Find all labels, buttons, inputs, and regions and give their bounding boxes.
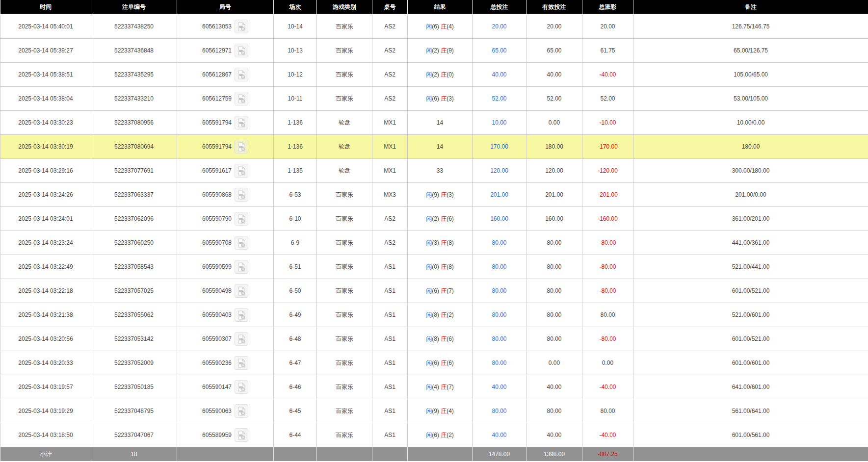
cell-result: 闲(8) 庄(2) <box>408 303 473 327</box>
bet-records-table: 时间注单编号局号场次游戏类别桌号结果总投注有效投注总派彩备注 2025-03-1… <box>0 0 868 461</box>
result-player: 闲 <box>426 47 432 54</box>
cell-payout: -40.00 <box>582 375 633 399</box>
video-replay-button[interactable] <box>235 404 248 418</box>
result-text: (3) <box>447 191 454 198</box>
video-replay-button[interactable] <box>235 356 248 370</box>
table-row[interactable]: 2025-03-14 03:18:50522337047067605589959… <box>0 423 868 447</box>
table-row[interactable]: 2025-03-14 03:22:18522337057025605590498… <box>0 279 868 303</box>
cell-payout: 80.00 <box>582 303 633 327</box>
result-text: (2) <box>432 71 441 78</box>
result-player: 闲 <box>426 384 432 390</box>
table-row[interactable]: 2025-03-14 03:20:56522337053142605590307… <box>0 327 868 351</box>
table-row[interactable]: 2025-03-14 03:22:49522337058543605590599… <box>0 255 868 279</box>
video-replay-button[interactable] <box>235 68 248 81</box>
cell-valid-bet: 80.00 <box>526 327 582 351</box>
cell-remark: 601.00/601.00 <box>633 351 868 375</box>
result-text: (9) <box>447 47 454 54</box>
round-number-with-replay: 605590868 <box>202 188 248 202</box>
cell-remark: 641.00/601.00 <box>633 375 868 399</box>
cell-game-type: 百家乐 <box>317 351 372 375</box>
subtotal-table-no <box>372 447 408 462</box>
table-row[interactable]: 2025-03-14 03:20:33522337052009605590236… <box>0 351 868 375</box>
video-replay-button[interactable] <box>235 92 248 105</box>
cell-total-bet: 80.00 <box>473 231 526 255</box>
cell-total-bet: 80.00 <box>473 351 526 375</box>
cell-valid-bet: 201.00 <box>526 183 582 207</box>
cell-table-no: MX1 <box>372 159 408 183</box>
result-banker: 庄 <box>441 311 447 318</box>
result-banker: 庄 <box>441 71 447 78</box>
cell-valid-bet: 120.00 <box>526 159 582 183</box>
video-replay-button[interactable] <box>235 188 248 202</box>
video-replay-icon <box>237 310 246 320</box>
round-number: 605590403 <box>202 311 232 318</box>
cell-game-type: 百家乐 <box>317 14 372 39</box>
cell-table-no: AS2 <box>372 231 408 255</box>
cell-time: 2025-03-14 03:22:18 <box>0 279 91 303</box>
table-row[interactable]: 2025-03-14 03:23:24522337060250605590708… <box>0 231 868 255</box>
cell-payout: -80.00 <box>582 231 633 255</box>
video-replay-button[interactable] <box>235 140 248 154</box>
video-replay-icon <box>237 431 246 440</box>
table-row[interactable]: 2025-03-14 03:30:19522337080694605591794… <box>0 135 868 159</box>
result-player: 闲 <box>426 359 432 366</box>
video-replay-button[interactable] <box>235 212 248 226</box>
cell-session: 6-51 <box>274 255 317 279</box>
table-row[interactable]: 2025-03-14 03:30:23522337080956605591794… <box>0 111 868 135</box>
round-number: 605591617 <box>202 167 232 174</box>
result-player: 闲 <box>426 191 432 198</box>
result-text: (7) <box>447 384 454 390</box>
cell-result: 闲(2) 庄(6) <box>408 207 473 231</box>
col-header-result: 结果 <box>408 0 473 14</box>
result-banker: 庄 <box>441 335 447 342</box>
result-banker: 庄 <box>441 287 447 294</box>
table-row[interactable]: 2025-03-14 03:21:38522337055062605590403… <box>0 303 868 327</box>
video-replay-button[interactable] <box>235 44 248 57</box>
video-replay-button[interactable] <box>235 308 248 322</box>
cell-time: 2025-03-14 03:20:56 <box>0 327 91 351</box>
table-row[interactable]: 2025-03-14 03:19:29522337048795605590063… <box>0 399 868 423</box>
result-player: 闲 <box>426 311 432 318</box>
table-row[interactable]: 2025-03-14 03:19:57522337050185605590147… <box>0 375 868 399</box>
table-row[interactable]: 2025-03-14 03:24:01522337062096605590790… <box>0 207 868 231</box>
video-replay-button[interactable] <box>235 260 248 274</box>
video-replay-button[interactable] <box>235 236 248 250</box>
result-text: (6) <box>432 287 441 294</box>
header-row: 时间注单编号局号场次游戏类别桌号结果总投注有效投注总派彩备注 <box>0 0 868 14</box>
table-row[interactable]: 2025-03-14 05:39:27522337436848605612971… <box>0 39 868 63</box>
video-replay-icon <box>237 214 246 224</box>
video-replay-button[interactable] <box>235 116 248 129</box>
table-row[interactable]: 2025-03-14 05:38:04522337433210605612759… <box>0 87 868 111</box>
subtotal-label: 小计 <box>0 447 91 462</box>
round-number-with-replay: 605590307 <box>202 332 248 346</box>
video-replay-button[interactable] <box>235 428 248 442</box>
cell-valid-bet: 80.00 <box>526 399 582 423</box>
table-row[interactable]: 2025-03-14 05:40:01522337438250605613053… <box>0 14 868 39</box>
cell-game-type: 百家乐 <box>317 63 372 87</box>
result-text: 14 <box>437 143 443 150</box>
cell-table-no: AS1 <box>372 255 408 279</box>
cell-total-bet: 80.00 <box>473 255 526 279</box>
cell-game-type: 百家乐 <box>317 375 372 399</box>
video-replay-button[interactable] <box>235 332 248 346</box>
cell-table-no: MX3 <box>372 183 408 207</box>
table-row[interactable]: 2025-03-14 03:29:16522337077691605591617… <box>0 159 868 183</box>
video-replay-icon <box>237 407 246 416</box>
cell-total-bet: 20.00 <box>473 14 526 39</box>
result-text: (6) <box>432 432 441 438</box>
video-replay-button[interactable] <box>235 20 248 33</box>
video-replay-button[interactable] <box>235 284 248 298</box>
table-row[interactable]: 2025-03-14 03:24:26522337063337605590868… <box>0 183 868 207</box>
result-banker: 庄 <box>441 239 447 246</box>
col-header-valid_bet: 有效投注 <box>526 0 582 14</box>
video-replay-button[interactable] <box>235 380 248 394</box>
table-row[interactable]: 2025-03-14 05:38:51522337435295605612867… <box>0 63 868 87</box>
result-text: (6) <box>447 335 454 342</box>
cell-result: 闲(6) 庄(7) <box>408 279 473 303</box>
result-text: (6) <box>432 359 441 366</box>
video-replay-button[interactable] <box>235 164 248 178</box>
subtotal-payout: -807.25 <box>582 447 633 462</box>
subtotal-row: 小计181478.001398.00-807.25 <box>0 447 868 462</box>
cell-round: 605590147 <box>177 375 274 399</box>
result-text: (8) <box>447 263 454 270</box>
